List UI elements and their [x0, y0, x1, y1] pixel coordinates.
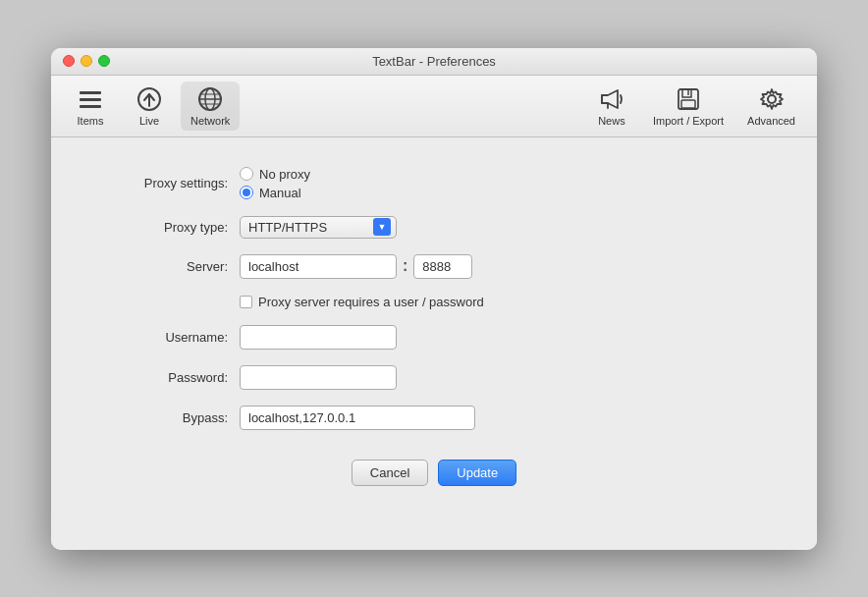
proxy-type-select-wrap: HTTP/HTTPS SOCKS5 SOCKS4 — [240, 216, 397, 239]
preferences-window: TextBar - Preferences Items Live — [51, 48, 817, 550]
toolbar-item-advanced[interactable]: Advanced — [737, 81, 805, 131]
toolbar-right: News Import / Export Advanced — [584, 81, 805, 131]
username-input[interactable] — [240, 325, 397, 350]
network-label: Network — [190, 115, 230, 127]
svg-rect-15 — [681, 100, 695, 108]
upload-icon — [136, 85, 163, 113]
proxy-auth-label: Proxy server requires a user / password — [258, 295, 484, 309]
username-label: Username: — [90, 330, 228, 345]
manual-label: Manual — [259, 186, 301, 200]
server-label: Server: — [90, 259, 228, 274]
server-input[interactable] — [240, 254, 397, 279]
toolbar-item-import-export[interactable]: Import / Export — [643, 81, 733, 131]
list-icon — [77, 85, 104, 113]
floppy-icon — [675, 85, 702, 113]
proxy-type-label: Proxy type: — [90, 220, 228, 235]
proxy-settings-label: Proxy settings: — [90, 176, 228, 190]
server-row: Server: : — [90, 254, 778, 279]
svg-point-17 — [768, 95, 776, 103]
username-row: Username: — [90, 325, 778, 350]
toolbar-item-live[interactable]: Live — [122, 81, 177, 131]
svg-rect-2 — [80, 105, 101, 108]
manual-radio[interactable] — [240, 186, 253, 199]
manual-row: Manual — [240, 186, 310, 200]
close-button[interactable] — [63, 55, 75, 67]
advanced-label: Advanced — [747, 115, 795, 127]
svg-rect-0 — [80, 91, 101, 94]
megaphone-icon — [598, 85, 625, 113]
proxy-settings-row: Proxy settings: No proxy Manual — [90, 167, 778, 200]
svg-marker-10 — [602, 90, 618, 108]
toolbar-item-items[interactable]: Items — [63, 81, 118, 131]
no-proxy-radio[interactable] — [240, 167, 253, 181]
colon-separator: : — [403, 257, 407, 275]
proxy-auth-row: Proxy server requires a user / password — [240, 295, 778, 309]
import-export-label: Import / Export — [653, 115, 724, 127]
toolbar: Items Live Network — [51, 76, 817, 137]
window-title: TextBar - Preferences — [372, 54, 496, 69]
no-proxy-row: No proxy — [240, 167, 310, 182]
content-area: Proxy settings: No proxy Manual Proxy ty… — [51, 137, 817, 550]
titlebar: TextBar - Preferences — [51, 48, 817, 76]
server-port-group: : — [240, 254, 472, 279]
live-label: Live — [139, 115, 159, 127]
minimize-button[interactable] — [81, 55, 92, 67]
gear-icon — [758, 85, 786, 113]
proxy-type-select[interactable]: HTTP/HTTPS SOCKS5 SOCKS4 — [240, 216, 397, 239]
port-input[interactable] — [413, 254, 472, 279]
proxy-auth-checkbox[interactable] — [240, 296, 252, 308]
bypass-input[interactable] — [240, 406, 475, 430]
no-proxy-label: No proxy — [259, 167, 310, 182]
toolbar-item-news[interactable]: News — [584, 81, 639, 131]
items-label: Items — [78, 115, 104, 127]
password-row: Password: — [90, 365, 778, 390]
toolbar-left: Items Live Network — [63, 81, 240, 131]
traffic-lights — [63, 55, 110, 67]
password-input[interactable] — [240, 365, 397, 390]
svg-rect-1 — [80, 98, 101, 101]
globe-icon — [196, 85, 224, 113]
svg-rect-14 — [682, 89, 691, 97]
button-row: Cancel Update — [90, 460, 778, 486]
news-label: News — [598, 115, 625, 127]
bypass-label: Bypass: — [90, 410, 228, 425]
bypass-row: Bypass: — [90, 406, 778, 430]
update-button[interactable]: Update — [438, 460, 516, 486]
maximize-button[interactable] — [98, 55, 110, 67]
proxy-type-row: Proxy type: HTTP/HTTPS SOCKS5 SOCKS4 — [90, 216, 778, 239]
toolbar-item-network[interactable]: Network — [181, 81, 240, 131]
proxy-radio-group: No proxy Manual — [240, 167, 310, 200]
password-label: Password: — [90, 370, 228, 385]
cancel-button[interactable]: Cancel — [352, 460, 428, 486]
